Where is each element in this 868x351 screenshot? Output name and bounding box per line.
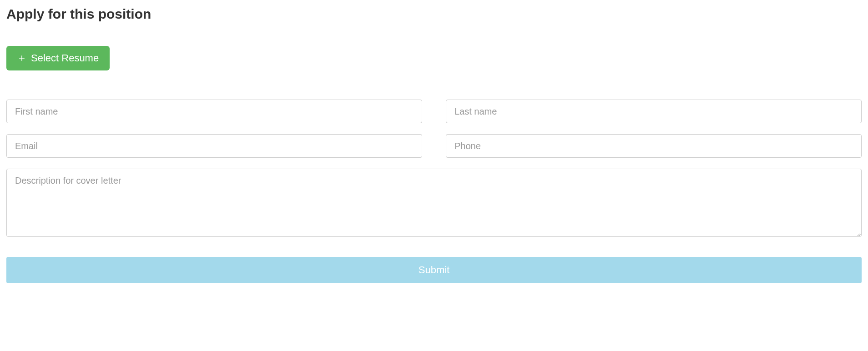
page-title: Apply for this position	[6, 6, 862, 22]
select-resume-label: Select Resume	[31, 52, 99, 64]
phone-input[interactable]	[446, 134, 862, 158]
cover-letter-textarea[interactable]	[6, 169, 862, 237]
divider	[6, 32, 862, 32]
submit-button[interactable]: Submit	[6, 257, 862, 283]
last-name-input[interactable]	[446, 100, 862, 123]
first-name-input[interactable]	[6, 100, 422, 123]
select-resume-button[interactable]: Select Resume	[6, 46, 110, 70]
email-input[interactable]	[6, 134, 422, 158]
plus-icon	[17, 54, 26, 63]
cover-letter-row	[6, 169, 862, 237]
contact-row	[6, 134, 862, 158]
application-form: Submit	[6, 100, 862, 283]
name-row	[6, 100, 862, 123]
